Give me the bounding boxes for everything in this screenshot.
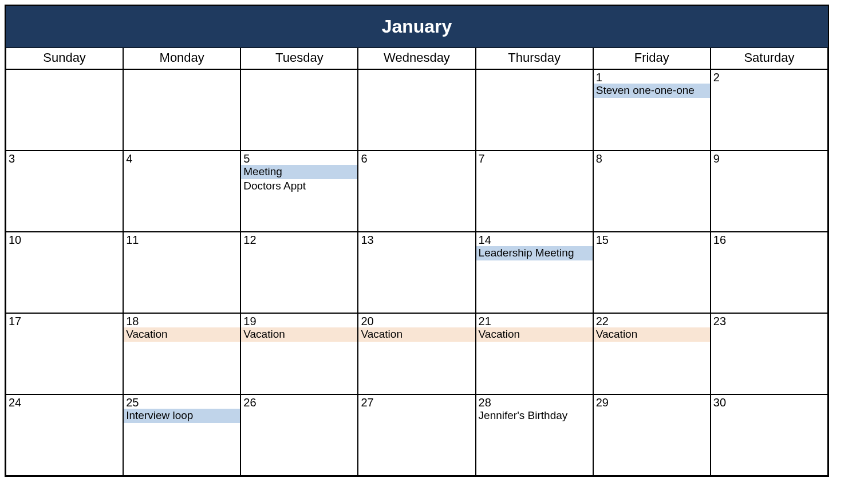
day-number: 5 <box>241 151 357 165</box>
calendar-event[interactable]: Meeting <box>241 165 357 179</box>
day-number: 19 <box>241 314 357 327</box>
weekday-header: Thursday <box>476 48 593 69</box>
calendar-event[interactable]: Steven one-one-one <box>594 84 710 98</box>
weeks-grid: 1Steven one-one-one2345MeetingDoctors Ap… <box>6 69 828 476</box>
day-cell[interactable]: 28Jennifer's Birthday <box>476 394 593 476</box>
day-cell[interactable]: 16 <box>711 232 828 313</box>
day-number <box>6 70 123 71</box>
day-number: 20 <box>358 314 475 327</box>
day-cell[interactable]: 7 <box>476 151 593 232</box>
day-cell[interactable]: 11 <box>123 232 240 313</box>
events-list: Leadership Meeting <box>476 246 593 260</box>
day-cell[interactable]: 9 <box>711 151 828 232</box>
day-cell[interactable]: 4 <box>123 151 240 232</box>
day-cell[interactable]: 18Vacation <box>123 313 240 394</box>
day-cell[interactable]: 25Interview loop <box>123 394 240 476</box>
day-cell[interactable]: 24 <box>6 394 123 476</box>
weekday-header: Tuesday <box>240 48 358 69</box>
day-number: 13 <box>358 232 475 246</box>
day-cell[interactable]: 21Vacation <box>476 313 593 394</box>
day-cell[interactable] <box>358 69 475 151</box>
events-list: Steven one-one-one <box>594 84 710 98</box>
weekday-header: Friday <box>593 48 711 69</box>
events-list: Interview loop <box>124 409 240 423</box>
day-cell[interactable]: 27 <box>358 394 475 476</box>
day-number <box>358 70 475 71</box>
day-number: 29 <box>594 395 710 409</box>
day-cell[interactable]: 5MeetingDoctors Appt <box>240 151 358 232</box>
calendar-event[interactable]: Vacation <box>476 327 593 342</box>
day-number: 16 <box>711 232 827 246</box>
day-number: 4 <box>124 151 240 165</box>
day-cell[interactable]: 22Vacation <box>593 313 711 394</box>
events-list: Jennifer's Birthday <box>476 409 593 423</box>
day-cell[interactable] <box>123 69 240 151</box>
day-number: 24 <box>6 395 123 409</box>
day-number: 27 <box>358 395 475 409</box>
day-cell[interactable]: 2 <box>711 69 828 151</box>
day-cell[interactable]: 6 <box>358 151 475 232</box>
day-cell[interactable]: 8 <box>593 151 711 232</box>
day-number: 17 <box>6 314 123 327</box>
weekday-header: Wednesday <box>358 48 475 69</box>
week-row: 1718Vacation19Vacation20Vacation21Vacati… <box>6 313 828 394</box>
day-cell[interactable]: 13 <box>358 232 475 313</box>
events-list: Vacation <box>358 327 475 342</box>
week-row: 2425Interview loop262728Jennifer's Birth… <box>6 394 828 476</box>
day-cell[interactable]: 20Vacation <box>358 313 475 394</box>
day-number: 1 <box>594 70 710 84</box>
week-row: 345MeetingDoctors Appt6789 <box>6 151 828 232</box>
events-list: Vacation <box>476 327 593 342</box>
day-cell[interactable]: 12 <box>240 232 358 313</box>
day-number: 3 <box>6 151 123 165</box>
events-list: Vacation <box>124 327 240 342</box>
calendar: January Sunday Monday Tuesday Wednesday … <box>5 5 829 477</box>
day-number: 12 <box>241 232 357 246</box>
day-number: 21 <box>476 314 593 327</box>
day-number: 25 <box>124 395 240 409</box>
day-number: 22 <box>594 314 710 327</box>
day-number: 10 <box>6 232 123 246</box>
day-number: 15 <box>594 232 710 246</box>
day-number: 30 <box>711 395 827 409</box>
day-cell[interactable]: 14Leadership Meeting <box>476 232 593 313</box>
weekday-header: Saturday <box>711 48 828 69</box>
events-list: MeetingDoctors Appt <box>241 165 357 193</box>
day-cell[interactable] <box>476 69 593 151</box>
weekday-header: Sunday <box>6 48 123 69</box>
events-list: Vacation <box>241 327 357 342</box>
day-number: 6 <box>358 151 475 165</box>
day-number: 14 <box>476 232 593 246</box>
day-cell[interactable]: 15 <box>593 232 711 313</box>
calendar-event[interactable]: Jennifer's Birthday <box>476 409 593 423</box>
day-number: 26 <box>241 395 357 409</box>
calendar-event[interactable]: Vacation <box>241 327 357 342</box>
day-cell[interactable]: 19Vacation <box>240 313 358 394</box>
day-cell[interactable] <box>6 69 123 151</box>
day-number: 18 <box>124 314 240 327</box>
calendar-event[interactable]: Vacation <box>358 327 475 342</box>
day-cell[interactable]: 23 <box>711 313 828 394</box>
calendar-event[interactable]: Vacation <box>124 327 240 342</box>
day-cell[interactable] <box>240 69 358 151</box>
calendar-event[interactable]: Vacation <box>594 327 710 342</box>
weekday-header-row: Sunday Monday Tuesday Wednesday Thursday… <box>6 48 828 69</box>
day-cell[interactable]: 29 <box>593 394 711 476</box>
day-cell[interactable]: 26 <box>240 394 358 476</box>
calendar-event[interactable]: Doctors Appt <box>241 179 357 193</box>
day-cell[interactable]: 3 <box>6 151 123 232</box>
day-number: 8 <box>594 151 710 165</box>
events-list: Vacation <box>594 327 710 342</box>
day-number: 7 <box>476 151 593 165</box>
day-number: 23 <box>711 314 827 327</box>
day-number: 11 <box>124 232 240 246</box>
day-cell[interactable]: 30 <box>711 394 828 476</box>
day-cell[interactable]: 10 <box>6 232 123 313</box>
day-cell[interactable]: 1Steven one-one-one <box>593 69 711 151</box>
day-number: 9 <box>711 151 827 165</box>
day-cell[interactable]: 17 <box>6 313 123 394</box>
day-number <box>476 70 593 71</box>
weekday-header: Monday <box>123 48 240 69</box>
calendar-event[interactable]: Interview loop <box>124 409 240 423</box>
calendar-event[interactable]: Leadership Meeting <box>476 246 593 260</box>
